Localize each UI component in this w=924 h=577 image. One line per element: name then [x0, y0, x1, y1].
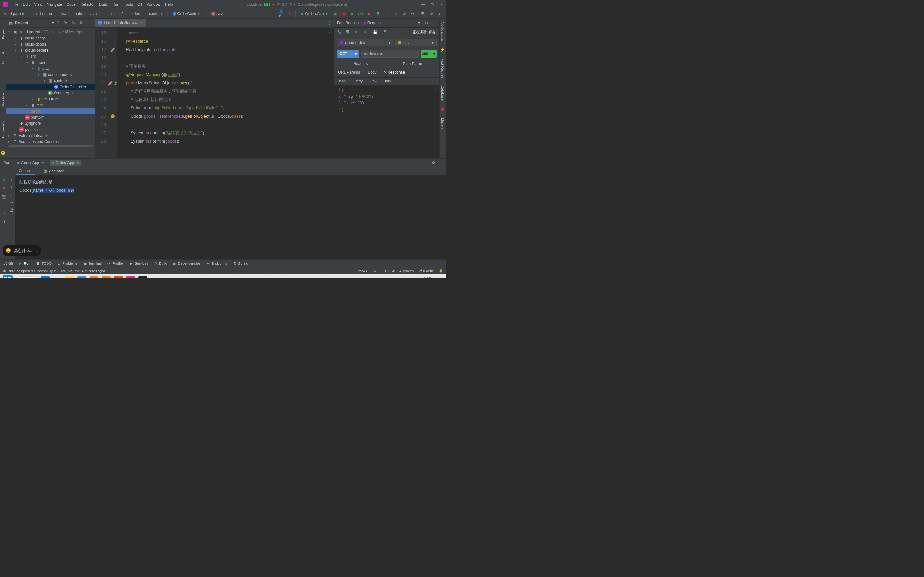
left-tab-structure[interactable]: Structure — [1, 93, 5, 107]
rerun-icon[interactable]: ↻ — [1, 177, 6, 182]
fr-status-badge[interactable]: 200▾ — [421, 50, 437, 58]
crumb-4[interactable]: java — [89, 11, 97, 16]
taskbar-chrome-icon[interactable]: 🌐 — [53, 276, 62, 278]
btool-build[interactable]: 🔨Build — [154, 261, 167, 266]
system-tray[interactable]: ˄ ☁ 🟩 🐧 🛡 📶 中 📡 🔊 🔋 15:58 2022/12/20 💬 — [346, 276, 443, 278]
scroll-icon[interactable]: ⇥ — [10, 200, 13, 205]
minimize-icon[interactable]: — — [421, 2, 425, 7]
fr-tab-raw[interactable]: Raw — [367, 77, 381, 85]
mic-icon[interactable]: 🎤 — [382, 30, 387, 35]
tray-ime-icon[interactable]: 中 — [388, 278, 391, 279]
tree-scrollbar[interactable] — [8, 145, 93, 147]
fr-module-select[interactable]: cloud-orders▾ — [337, 39, 393, 46]
profile-icon[interactable]: ◔▾ — [357, 11, 364, 17]
gear-icon[interactable]: ⚙ — [432, 161, 435, 165]
emoji-icon[interactable]: 😊 — [1, 151, 5, 155]
menu-refactor[interactable]: Refactor — [80, 2, 95, 7]
send-icon[interactable]: ➤ — [355, 30, 360, 35]
wrench-icon[interactable]: 🔧 — [337, 30, 342, 35]
run-icon[interactable]: ▶ — [333, 11, 339, 17]
tab-ordercontroller[interactable]: OrderController.java × — [95, 19, 146, 27]
fr-tab-body[interactable]: Body — [364, 68, 380, 77]
inspection-check-icon[interactable]: ✓ — [328, 29, 331, 37]
print-icon[interactable]: 🖶 — [10, 208, 13, 213]
fr-tab-headers[interactable]: Headers — [334, 60, 387, 68]
tree-ordersapp[interactable]: ▶OrdersApp — [6, 90, 95, 96]
back-icon[interactable]: ↖ — [287, 11, 294, 17]
btool-profiler[interactable]: ◔Profiler — [107, 261, 124, 266]
btool-todo[interactable]: ☰TODO — [36, 261, 52, 266]
taskbar-app-icon[interactable]: 📙 — [89, 276, 99, 278]
tree-root[interactable]: ▾▣cloud-parent C:\Users\zed\Desktop\ — [6, 29, 95, 35]
inspection-check-icon[interactable]: ✓ — [434, 87, 437, 91]
crumb-6[interactable]: qf — [120, 11, 123, 16]
chat-widget[interactable]: 😊 说点什么... ‹ — [3, 245, 41, 256]
taskbar-search[interactable]: 🔍搜索 — [16, 276, 37, 279]
tree-cloud-orders[interactable]: ▾▮cloud-orders — [6, 47, 95, 53]
run-subtab-actuator[interactable]: 🍃Actuator — [40, 168, 66, 174]
cursor-position[interactable]: 25:43 — [358, 269, 367, 273]
taskbar-explorer-icon[interactable]: 📁 — [65, 276, 74, 278]
indent[interactable]: 4 spaces — [399, 269, 414, 273]
left-tab-project[interactable]: Project — [1, 28, 5, 39]
tree-java[interactable]: ▾▮java — [6, 65, 95, 71]
right-tab-notifications[interactable]: Notifications — [441, 22, 445, 41]
git-commit-icon[interactable]: ✓ — [384, 11, 391, 17]
tree-resources[interactable]: ▸▮resources — [6, 96, 95, 102]
tree-src[interactable]: ▾▮src — [6, 53, 95, 59]
down-icon[interactable]: ↓ — [11, 185, 13, 189]
encoding[interactable]: UTF-8 — [385, 269, 395, 273]
tree-ordercontroller[interactable]: COrderController — [6, 84, 95, 90]
chevron-down-icon[interactable]: ▾ — [418, 21, 423, 25]
left-tab-bookmarks[interactable]: Bookmarks — [1, 120, 5, 138]
run-config-select[interactable]: OrdersApp▾ — [298, 11, 330, 17]
project-tree[interactable]: ▾▣cloud-parent C:\Users\zed\Desktop\ ▸▮c… — [6, 27, 95, 158]
menu-window[interactable]: Window — [147, 2, 160, 7]
crumb-7[interactable]: orders — [130, 11, 141, 16]
trash-icon[interactable]: 🗑 — [1, 219, 6, 224]
stop-icon[interactable]: ■ — [1, 185, 6, 191]
tree-pom2[interactable]: mpom.xml — [6, 126, 95, 132]
run-tab-ordersapp[interactable]: OrdersApp× — [50, 160, 81, 166]
spring-icon[interactable]: 🍃 — [113, 81, 118, 85]
right-tab-fastrequest[interactable]: Fast Request — [441, 58, 445, 79]
chevron-left-icon[interactable]: ‹ — [36, 247, 37, 255]
start-button[interactable] — [3, 276, 13, 278]
fr-tab-pretty[interactable]: Pretty — [349, 77, 367, 85]
close-tab-icon[interactable]: × — [140, 21, 142, 25]
tree-target[interactable]: ▸▮target — [6, 108, 95, 114]
tree-package[interactable]: ▾▣com.qf.orders — [6, 71, 95, 77]
btool-run[interactable]: ▶Run — [19, 261, 31, 266]
fr-tab-info[interactable]: Info — [381, 77, 395, 85]
lightning-icon[interactable]: ⚡ — [440, 47, 445, 52]
tree-cloud-entity[interactable]: ▸▮cloud-entity — [6, 35, 95, 41]
camera-icon[interactable]: 📷 — [1, 194, 6, 199]
search-icon[interactable]: 🔍 — [346, 30, 351, 35]
btool-endpoints[interactable]: ✦Endpoints — [206, 261, 227, 266]
more-icon[interactable]: ⋮ — [1, 227, 6, 232]
btool-problems[interactable]: ⊘Problems — [57, 261, 78, 266]
project-view-dropdown[interactable]: ▾ — [52, 21, 54, 25]
lock-icon[interactable]: 🔒 — [439, 269, 443, 273]
hide-icon[interactable]: — — [87, 21, 92, 26]
crumb-2[interactable]: src — [61, 11, 66, 16]
fr-response-body[interactable]: ✓ 1234 { "msg": "下单成功", "code": 200 } — [334, 85, 439, 158]
btool-services[interactable]: ▶Services — [129, 261, 148, 266]
crumb-0[interactable]: cloud-parent — [3, 11, 24, 16]
collapse-all-icon[interactable]: ⇱ — [72, 21, 77, 26]
tree-scratches[interactable]: ▸⊡Scratches and Consoles — [6, 139, 95, 145]
clock[interactable]: 15:58 2022/12/20 — [418, 276, 435, 278]
exit-icon[interactable]: ↘ — [1, 211, 6, 216]
taskbar-app-icon[interactable]: 🟫 — [114, 276, 123, 278]
up-icon[interactable]: ↑ — [11, 177, 13, 182]
taskbar-app-icon[interactable]: 📘 — [78, 276, 86, 278]
git-history-icon[interactable]: ↺ — [401, 11, 407, 17]
taskbar-terminal-icon[interactable]: ▣ — [138, 276, 147, 278]
taskbar-record-icon[interactable]: ● — [150, 276, 160, 278]
tree-cloud-goods[interactable]: ▸▮cloud-goods — [6, 41, 95, 47]
settings-icon[interactable]: ⚙ — [428, 11, 435, 17]
intention-bulb-icon[interactable] — [111, 114, 115, 118]
close-tab-icon[interactable]: × — [77, 161, 79, 165]
debug-icon[interactable]: 🐞 — [341, 11, 347, 17]
emoji-icon[interactable]: 😊 — [6, 247, 11, 255]
